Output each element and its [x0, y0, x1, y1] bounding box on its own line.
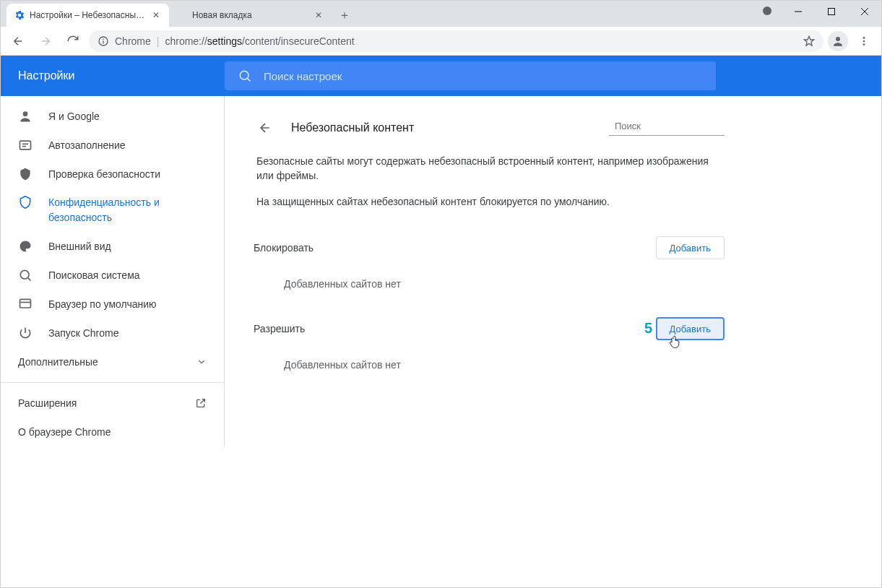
sidebar-item-label: Запуск Chrome — [48, 327, 118, 339]
step-callout-5: 5 — [644, 320, 652, 337]
external-link-icon — [195, 397, 207, 409]
tab-close-button[interactable]: ✕ — [150, 9, 162, 21]
panel-search-input[interactable] — [615, 121, 736, 131]
sidebar-item-label: Конфиденциальность и безопасность — [48, 195, 224, 225]
sidebar-item-label: Проверка безопасности — [48, 168, 160, 180]
sidebar-item-on-startup[interactable]: Запуск Chrome — [1, 319, 224, 347]
sidebar-item-autofill[interactable]: Автозаполнение — [1, 131, 224, 160]
panel-description-2: На защищенных сайтах небезопасный контен… — [254, 183, 725, 209]
block-label: Блокировать — [254, 242, 314, 254]
sidebar-item-label: Поисковая система — [48, 269, 140, 281]
panel-search[interactable] — [609, 121, 725, 136]
sidebar-about-link[interactable]: О браузере Chrome — [1, 418, 224, 446]
sidebar-item-default-browser[interactable]: Браузер по умолчанию — [1, 290, 224, 319]
back-button[interactable] — [7, 30, 30, 53]
svg-point-9 — [863, 40, 865, 42]
panel-description-1: Безопасные сайты могут содержать небезоп… — [254, 145, 725, 183]
sidebar-item-label: Внешний вид — [48, 241, 111, 252]
panel-header: Небезопасный контент — [254, 111, 725, 145]
url-separator: | — [157, 35, 160, 47]
svg-rect-19 — [20, 299, 31, 308]
window-minimize-button[interactable] — [782, 1, 815, 22]
block-empty-text: Добавленных сайтов нет — [254, 259, 725, 290]
settings-search-input[interactable] — [264, 70, 703, 82]
panel-title: Небезопасный контент — [291, 121, 414, 134]
tab-close-button[interactable]: ✕ — [313, 9, 324, 21]
account-circle-icon[interactable] — [763, 7, 771, 15]
person-icon — [18, 109, 33, 124]
settings-sidebar: Я и Google Автозаполнение Проверка безоп… — [1, 96, 225, 446]
bookmark-star-icon[interactable] — [803, 35, 815, 47]
tab-strip: Настройки – Небезопасный контент ✕ Новая… — [1, 1, 763, 27]
address-bar: Chrome | chrome://settings/content/insec… — [1, 27, 881, 56]
window-maximize-button[interactable] — [815, 1, 848, 22]
svg-rect-1 — [829, 9, 835, 15]
sidebar-extensions-link[interactable]: Расширения — [1, 389, 224, 418]
block-section: Блокировать Добавить Добавленных сайтов … — [254, 236, 725, 290]
svg-point-13 — [23, 111, 28, 116]
sidebar-item-label: Автозаполнение — [48, 139, 126, 151]
svg-point-17 — [20, 270, 29, 279]
sidebar-item-search-engine[interactable]: Поисковая система — [1, 261, 224, 290]
forward-button[interactable] — [34, 30, 57, 53]
settings-title: Настройки — [18, 69, 74, 82]
allow-section: Разрешить 5 Добавить Добавленных сайтов … — [254, 317, 725, 371]
svg-point-5 — [103, 38, 104, 40]
svg-rect-6 — [103, 40, 103, 43]
browser-menu-button[interactable] — [852, 30, 875, 53]
tab-title: Настройки – Небезопасный контент — [30, 10, 146, 20]
sidebar-advanced-toggle[interactable]: Дополнительные — [1, 347, 224, 376]
url-scheme: Chrome — [115, 35, 151, 47]
site-info-icon[interactable] — [98, 35, 109, 47]
settings-header: Настройки Я и Google Автозаполнение Пров… — [1, 56, 881, 446]
browser-tab[interactable]: Новая вкладка ✕ — [169, 4, 332, 27]
search-icon — [238, 69, 252, 83]
search-icon — [18, 268, 33, 282]
tab-title: Новая вкладка — [192, 10, 308, 20]
about-label: О браузере Chrome — [18, 426, 111, 438]
sidebar-item-privacy-security[interactable]: Конфиденциальность и безопасность — [1, 189, 224, 232]
allow-add-button[interactable]: Добавить — [656, 317, 725, 340]
advanced-label: Дополнительные — [18, 356, 98, 368]
sidebar-item-safety-check[interactable]: Проверка безопасности — [1, 160, 224, 189]
sidebar-item-you-and-google[interactable]: Я и Google — [1, 102, 224, 131]
insecure-content-panel: Небезопасный контент Безопасные сайты мо… — [254, 96, 745, 446]
url-text: chrome://settings/content/insecureConten… — [165, 35, 354, 47]
svg-point-7 — [836, 37, 840, 41]
sidebar-item-label: Браузер по умолчанию — [48, 298, 157, 310]
svg-point-8 — [863, 37, 865, 39]
chevron-down-icon — [196, 357, 207, 367]
new-tab-button[interactable]: ＋ — [334, 5, 355, 25]
svg-rect-14 — [20, 141, 31, 150]
power-icon — [18, 326, 33, 340]
allow-label: Разрешить — [254, 323, 305, 334]
autofill-icon — [18, 138, 33, 152]
settings-search-box[interactable] — [225, 61, 716, 90]
window-controls — [763, 1, 881, 27]
panel-back-button[interactable] — [254, 116, 277, 139]
svg-point-10 — [863, 43, 865, 46]
settings-gear-icon — [14, 9, 25, 21]
sidebar-item-appearance[interactable]: Внешний вид — [1, 232, 224, 261]
browser-tab[interactable]: Настройки – Небезопасный контент ✕ — [7, 4, 169, 27]
svg-line-18 — [28, 278, 31, 281]
blank-favicon — [176, 9, 188, 21]
palette-icon — [18, 239, 33, 254]
block-add-button[interactable]: Добавить — [656, 236, 725, 259]
sidebar-divider — [1, 382, 224, 383]
settings-main: Небезопасный контент Безопасные сайты мо… — [225, 96, 881, 446]
extensions-label: Расширения — [18, 397, 77, 409]
reload-button[interactable] — [61, 30, 85, 53]
sidebar-item-label: Я и Google — [48, 111, 100, 122]
allow-empty-text: Добавленных сайтов нет — [254, 340, 725, 371]
svg-line-12 — [248, 79, 251, 82]
window-titlebar: Настройки – Небезопасный контент ✕ Новая… — [1, 1, 881, 27]
svg-point-11 — [240, 71, 248, 79]
profile-avatar-button[interactable] — [828, 31, 848, 51]
omnibox[interactable]: Chrome | chrome://settings/content/insec… — [89, 30, 823, 52]
shield-icon — [18, 195, 33, 209]
window-close-button[interactable] — [848, 1, 881, 22]
shield-check-icon — [18, 167, 33, 181]
browser-icon — [18, 297, 33, 311]
